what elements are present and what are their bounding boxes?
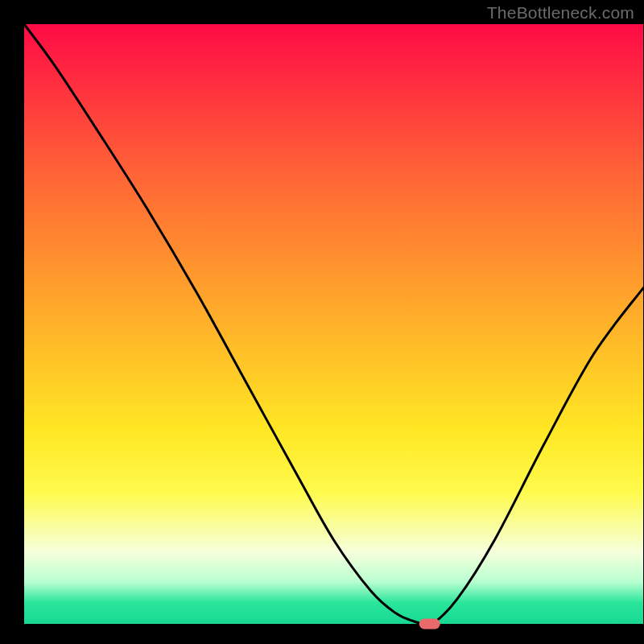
bottleneck-chart [0,0,644,644]
optimal-point-marker [419,619,440,630]
chart-frame: TheBottleneck.com [0,0,644,644]
gradient-background [24,24,643,624]
watermark-text: TheBottleneck.com [487,3,634,23]
